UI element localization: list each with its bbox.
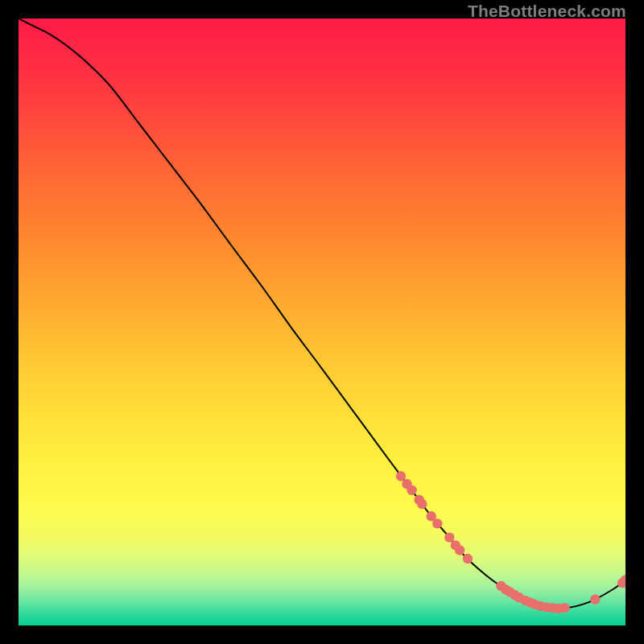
chart-plot xyxy=(19,19,625,625)
data-point xyxy=(559,603,569,613)
data-point xyxy=(396,471,406,481)
data-point xyxy=(432,518,442,528)
data-point xyxy=(463,554,473,564)
data-point xyxy=(455,545,464,555)
chart-background xyxy=(19,19,625,625)
data-point xyxy=(417,499,427,509)
data-point xyxy=(590,594,600,604)
watermark-text: TheBottleneck.com xyxy=(468,2,626,21)
chart-stage: TheBottleneck.com xyxy=(0,0,644,644)
data-point xyxy=(407,485,416,495)
data-point xyxy=(444,532,454,542)
